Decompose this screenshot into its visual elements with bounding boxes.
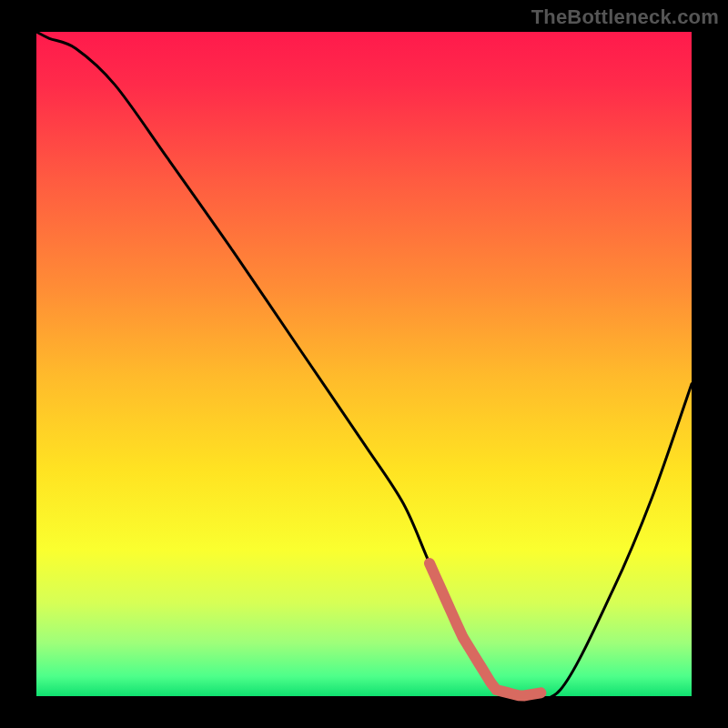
bottleneck-chart xyxy=(0,0,728,728)
watermark-text: TheBottleneck.com xyxy=(531,5,719,29)
plot-background xyxy=(36,32,692,696)
chart-stage: TheBottleneck.com xyxy=(0,0,728,728)
